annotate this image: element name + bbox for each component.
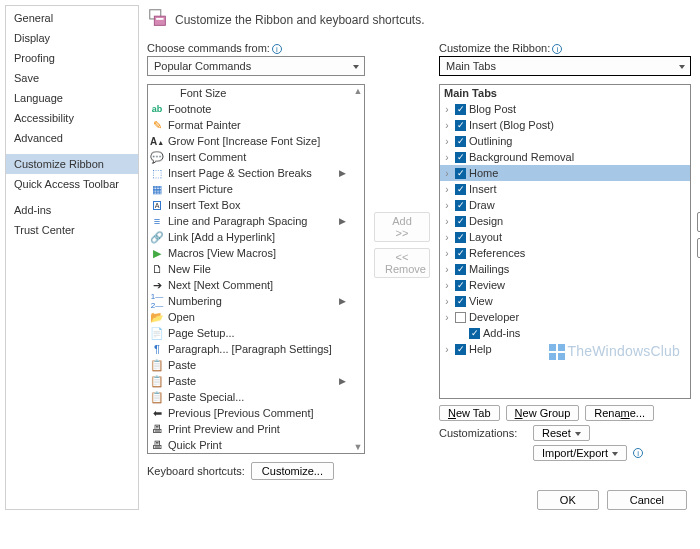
- command-item[interactable]: 📋Paste: [148, 357, 352, 373]
- tree-item-insert[interactable]: ›✓Insert: [440, 181, 690, 197]
- checkbox[interactable]: ✓: [455, 136, 466, 147]
- ribbon-tree[interactable]: Main Tabs ›✓Blog Post›✓Insert (Blog Post…: [439, 84, 691, 399]
- checkbox[interactable]: ✓: [455, 232, 466, 243]
- tree-item-layout[interactable]: ›✓Layout: [440, 229, 690, 245]
- expand-icon[interactable]: ›: [442, 168, 452, 179]
- tree-item-mailings[interactable]: ›✓Mailings: [440, 261, 690, 277]
- checkbox[interactable]: ✓: [455, 120, 466, 131]
- command-item[interactable]: ⬚Insert Page & Section Breaks▶: [148, 165, 352, 181]
- sidebar-item-advanced[interactable]: Advanced: [6, 128, 138, 148]
- tree-item-add-ins[interactable]: ✓Add-ins: [440, 325, 690, 341]
- sidebar-item-add-ins[interactable]: Add-ins: [6, 200, 138, 220]
- info-icon[interactable]: i: [272, 44, 282, 54]
- cancel-button[interactable]: Cancel: [607, 490, 687, 510]
- tree-item-outlining[interactable]: ›✓Outlining: [440, 133, 690, 149]
- tree-item-references[interactable]: ›✓References: [440, 245, 690, 261]
- checkbox[interactable]: ✓: [455, 168, 466, 179]
- new-group-button[interactable]: New Group: [506, 405, 580, 421]
- expand-icon[interactable]: ›: [442, 104, 452, 115]
- commands-listbox[interactable]: ▲ Font SizeabFootnote✎Format PainterA▲Gr…: [147, 84, 365, 454]
- checkbox[interactable]: ✓: [455, 248, 466, 259]
- customize-ribbon-combo[interactable]: Main Tabs: [439, 56, 691, 76]
- command-item[interactable]: ▶Macros [View Macros]: [148, 245, 352, 261]
- info-icon[interactable]: i: [552, 44, 562, 54]
- ok-button[interactable]: OK: [537, 490, 599, 510]
- reset-button[interactable]: Reset: [533, 425, 590, 441]
- checkbox[interactable]: ✓: [455, 344, 466, 355]
- tree-item-home[interactable]: ›✓Home: [440, 165, 690, 181]
- expand-icon[interactable]: ›: [442, 200, 452, 211]
- scroll-up-icon[interactable]: ▲: [353, 86, 363, 96]
- add-button[interactable]: Add >>: [374, 212, 430, 242]
- checkbox[interactable]: ✓: [455, 184, 466, 195]
- tree-item-blog-post[interactable]: ›✓Blog Post: [440, 101, 690, 117]
- choose-commands-combo[interactable]: Popular Commands: [147, 56, 365, 76]
- sidebar-item-proofing[interactable]: Proofing: [6, 48, 138, 68]
- customize-shortcuts-button[interactable]: Customize...: [251, 462, 334, 480]
- command-item[interactable]: 🖶Print Preview and Print: [148, 421, 352, 437]
- checkbox[interactable]: ✓: [469, 328, 480, 339]
- sidebar-item-trust-center[interactable]: Trust Center: [6, 220, 138, 240]
- tree-item-insert-blog-post-[interactable]: ›✓Insert (Blog Post): [440, 117, 690, 133]
- import-export-button[interactable]: Import/Export: [533, 445, 627, 461]
- command-item[interactable]: 1—2—Numbering▶: [148, 293, 352, 309]
- command-item[interactable]: 🔗Link [Add a Hyperlink]: [148, 229, 352, 245]
- expand-icon[interactable]: ›: [442, 184, 452, 195]
- command-item[interactable]: AInsert Text Box: [148, 197, 352, 213]
- tree-item-draw[interactable]: ›✓Draw: [440, 197, 690, 213]
- expand-icon[interactable]: ›: [442, 216, 452, 227]
- tree-item-design[interactable]: ›✓Design: [440, 213, 690, 229]
- sidebar-item-general[interactable]: General: [6, 8, 138, 28]
- expand-icon[interactable]: ›: [442, 264, 452, 275]
- tree-item-help[interactable]: ›✓Help: [440, 341, 690, 357]
- tree-item-developer[interactable]: ›Developer: [440, 309, 690, 325]
- expand-icon[interactable]: ›: [442, 248, 452, 259]
- expand-icon[interactable]: ›: [442, 120, 452, 131]
- checkbox[interactable]: ✓: [455, 280, 466, 291]
- tree-item-view[interactable]: ›✓View: [440, 293, 690, 309]
- command-item[interactable]: ⬅Previous [Previous Comment]: [148, 405, 352, 421]
- command-item[interactable]: ➔Next [Next Comment]: [148, 277, 352, 293]
- command-item[interactable]: A▲Grow Font [Increase Font Size]: [148, 133, 352, 149]
- tree-item-review[interactable]: ›✓Review: [440, 277, 690, 293]
- expand-icon[interactable]: ›: [442, 344, 452, 355]
- sidebar-item-customize-ribbon[interactable]: Customize Ribbon: [6, 154, 138, 174]
- sidebar-item-language[interactable]: Language: [6, 88, 138, 108]
- expand-icon[interactable]: ›: [442, 312, 452, 323]
- expand-icon[interactable]: ›: [442, 296, 452, 307]
- command-item[interactable]: ≡Line and Paragraph Spacing▶: [148, 213, 352, 229]
- info-icon[interactable]: i: [633, 448, 643, 458]
- new-tab-button[interactable]: New Tab: [439, 405, 500, 421]
- checkbox[interactable]: ✓: [455, 264, 466, 275]
- command-item[interactable]: 📄Page Setup...: [148, 325, 352, 341]
- expand-icon[interactable]: ›: [442, 280, 452, 291]
- command-item[interactable]: 🗋New File: [148, 261, 352, 277]
- rename-button[interactable]: Rename...: [585, 405, 654, 421]
- command-item[interactable]: 💬Insert Comment: [148, 149, 352, 165]
- checkbox[interactable]: ✓: [455, 296, 466, 307]
- command-item[interactable]: 📋Paste Special...: [148, 389, 352, 405]
- checkbox[interactable]: ✓: [455, 200, 466, 211]
- command-item[interactable]: 🖶Quick Print: [148, 437, 352, 453]
- command-item[interactable]: abFootnote: [148, 101, 352, 117]
- checkbox[interactable]: ✓: [455, 152, 466, 163]
- expand-icon[interactable]: ›: [442, 152, 452, 163]
- command-item[interactable]: Font Size: [148, 85, 352, 101]
- command-item[interactable]: 📋Paste▶: [148, 373, 352, 389]
- sidebar-item-save[interactable]: Save: [6, 68, 138, 88]
- remove-button[interactable]: << Remove: [374, 248, 430, 278]
- sidebar-item-accessibility[interactable]: Accessibility: [6, 108, 138, 128]
- scroll-down-icon[interactable]: ▼: [353, 442, 363, 452]
- command-item[interactable]: 📂Open: [148, 309, 352, 325]
- command-item[interactable]: ✎Format Painter: [148, 117, 352, 133]
- checkbox[interactable]: ✓: [455, 216, 466, 227]
- checkbox[interactable]: ✓: [455, 104, 466, 115]
- sidebar-item-quick-access-toolbar[interactable]: Quick Access Toolbar: [6, 174, 138, 194]
- expand-icon[interactable]: ›: [442, 232, 452, 243]
- command-item[interactable]: ¶Paragraph... [Paragraph Settings]: [148, 341, 352, 357]
- sidebar-item-display[interactable]: Display: [6, 28, 138, 48]
- expand-icon[interactable]: ›: [442, 136, 452, 147]
- command-item[interactable]: ▦Insert Picture: [148, 181, 352, 197]
- tree-item-background-removal[interactable]: ›✓Background Removal: [440, 149, 690, 165]
- checkbox[interactable]: [455, 312, 466, 323]
